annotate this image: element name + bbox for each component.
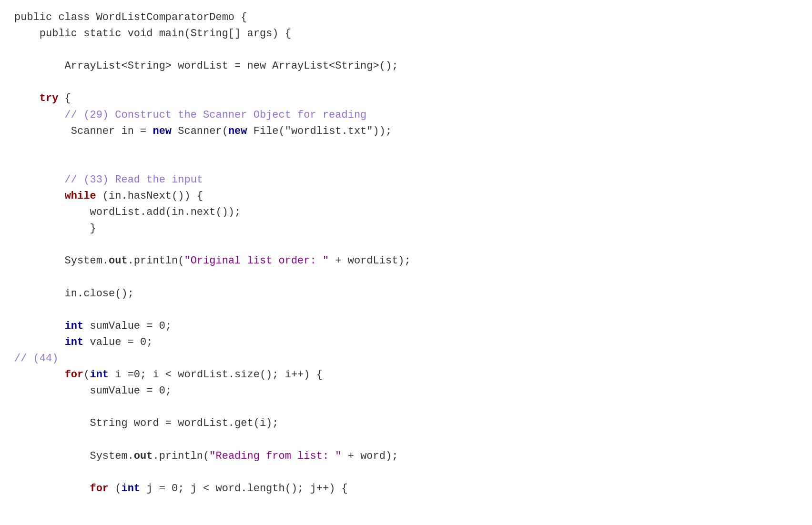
code-line: // (44) (14, 351, 798, 367)
code-token: // (29) Construct the Scanner Object for… (14, 109, 366, 121)
code-line: // (33) Read the input (14, 172, 798, 188)
code-token: + wordList); (329, 255, 411, 267)
code-line (14, 497, 798, 513)
code-token: try (40, 92, 59, 104)
code-line: Scanner in = new Scanner(new File("wordl… (14, 123, 798, 140)
code-line: sumValue = 0; (14, 383, 798, 399)
code-token: + word); (342, 450, 398, 462)
code-token: File("wordlist.txt")); (247, 125, 392, 137)
code-token: for (90, 483, 109, 495)
code-token: i =0; i < wordList.size(); i++) { (109, 369, 323, 381)
code-line: System.out.println("Original list order:… (14, 253, 798, 269)
code-token: for (65, 369, 84, 381)
code-token: String word = wordList.get(i); (14, 417, 279, 429)
code-token: "Original list order: " (184, 255, 329, 267)
code-token: ArrayList<String> wordList = new ArrayLi… (14, 60, 398, 72)
code-token: out (134, 450, 153, 462)
code-token: public static void main(String[] args) { (14, 28, 291, 40)
code-token: new (228, 125, 247, 137)
code-token: Scanner in = (14, 125, 152, 137)
code-token: j = 0; j < word.length(); j++) { (140, 483, 348, 495)
code-token (14, 369, 65, 381)
code-line: // (29) Construct the Scanner Object for… (14, 107, 798, 123)
code-line: } (14, 221, 798, 237)
code-token: sumValue = 0; (14, 385, 172, 397)
code-token: Scanner( (172, 125, 228, 137)
code-token: public class WordListComparatorDemo { (14, 11, 247, 23)
code-editor: public class WordListComparatorDemo { pu… (14, 10, 798, 525)
code-line (14, 237, 798, 253)
code-token: .println( (152, 450, 209, 462)
code-line (14, 270, 798, 286)
code-token: } (14, 222, 96, 234)
code-token: int (121, 483, 140, 495)
code-line (14, 464, 798, 481)
code-token (14, 190, 65, 202)
code-token (14, 336, 65, 348)
code-line: public static void main(String[] args) { (14, 26, 798, 42)
code-token: "Reading from list: " (209, 450, 341, 462)
code-token: new (152, 125, 172, 137)
code-line: in.close(); (14, 286, 798, 302)
code-token: sumValue = 0; (83, 320, 172, 332)
code-line: while (in.hasNext()) { (14, 188, 798, 204)
code-token (14, 483, 90, 495)
code-token: wordList.add(in.next()); (14, 206, 241, 218)
code-token: value = 0; (83, 336, 152, 348)
code-token: int (90, 369, 109, 381)
code-line (14, 140, 798, 156)
code-token: System. (14, 255, 109, 267)
code-token: { (58, 92, 71, 104)
code-line (14, 156, 798, 172)
code-line (14, 42, 798, 58)
code-token: in.close(); (14, 288, 134, 300)
code-line: System.out.println("Reading from list: "… (14, 448, 798, 464)
code-token: ( (109, 483, 121, 495)
code-line: wordList.add(in.next()); (14, 204, 798, 221)
code-token: ( (83, 369, 90, 381)
code-line (14, 399, 798, 415)
code-token: System. (14, 450, 134, 462)
code-token: .println( (128, 255, 184, 267)
code-line: try { (14, 91, 798, 107)
code-line (14, 302, 798, 318)
code-token (14, 320, 65, 332)
code-line: public class WordListComparatorDemo { (14, 10, 798, 26)
code-token: int (65, 336, 84, 348)
code-line: int value = 0; (14, 334, 798, 351)
code-token: // (33) Read the input (14, 174, 203, 186)
code-line (14, 432, 798, 448)
code-line (14, 513, 798, 525)
code-token: // (44) (14, 353, 58, 364)
code-token: int (65, 320, 84, 332)
code-line: ArrayList<String> wordList = new ArrayLi… (14, 58, 798, 74)
code-token (14, 92, 40, 104)
code-line: for (int j = 0; j < word.length(); j++) … (14, 481, 798, 497)
code-token: while (65, 190, 96, 202)
code-line: for(int i =0; i < wordList.size(); i++) … (14, 367, 798, 383)
code-line: int sumValue = 0; (14, 318, 798, 334)
code-line (14, 74, 798, 91)
code-token: out (109, 255, 128, 267)
code-token: (in.hasNext()) { (96, 190, 203, 202)
code-line: String word = wordList.get(i); (14, 415, 798, 432)
